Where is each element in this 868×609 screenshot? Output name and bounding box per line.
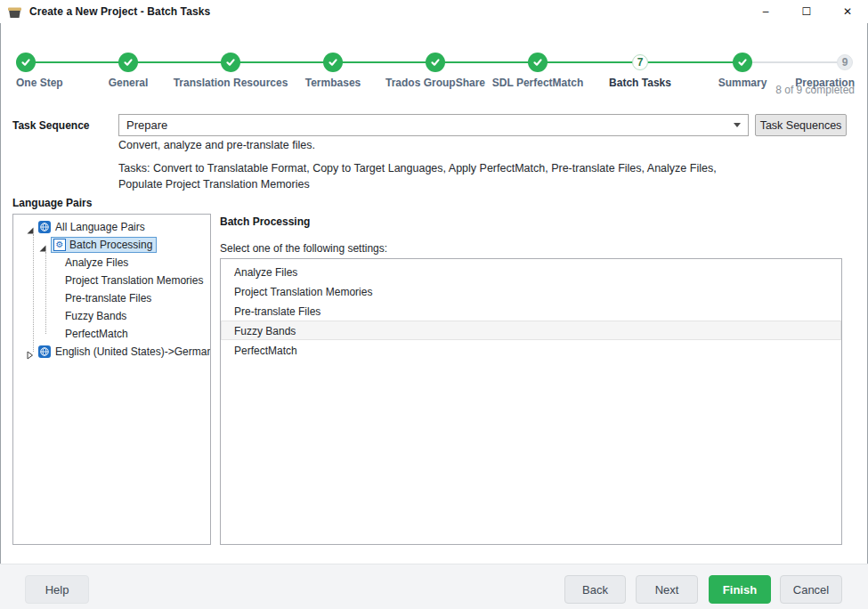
tree-item-label: English (United States)->German [55, 343, 211, 361]
tree-item-project-translation-memories[interactable]: Project Translation Memories [13, 272, 210, 289]
step-label: Trados GroupShare [385, 77, 485, 89]
maximize-button[interactable]: ☐ [786, 0, 827, 23]
step-label: Summary [718, 77, 767, 89]
task-sequence-tasks-list: Tasks: Convert to Translatable Format, C… [118, 160, 734, 192]
tree-item-label: Project Translation Memories [65, 272, 203, 289]
footer-bar: Help Back Next Finish Cancel [0, 564, 868, 609]
step-number-badge: 7 [632, 54, 648, 70]
step-number-badge: 9 [837, 54, 853, 70]
task-sequence-label: Task Sequence [12, 119, 89, 132]
next-button[interactable]: Next [636, 575, 698, 604]
list-item-project-translation-memories[interactable]: Project Translation Memories [221, 281, 841, 301]
tree-item-analyze-files[interactable]: Analyze Files [13, 254, 210, 272]
stepper-track-remaining [742, 61, 845, 63]
app-icon [7, 5, 22, 19]
task-sequence-combobox[interactable]: Prepare [118, 114, 749, 136]
step-label: SDL PerfectMatch [492, 77, 583, 89]
tree-item-batch-processing[interactable]: ⚙ Batch Processing [13, 236, 210, 254]
tree-item-fuzzy-bands[interactable]: Fuzzy Bands [13, 307, 210, 325]
task-sequence-description: Convert, analyze and pre-translate files… [118, 139, 315, 151]
list-item-pre-translate-files[interactable]: Pre-translate Files [221, 301, 841, 321]
gear-icon: ⚙ [53, 239, 66, 251]
close-button[interactable]: ✕ [827, 0, 868, 23]
cancel-button[interactable]: Cancel [780, 575, 842, 604]
tree-item-perfectmatch[interactable]: PerfectMatch [13, 325, 210, 343]
globe-icon [38, 221, 51, 233]
language-pairs-tree[interactable]: All Language Pairs ⚙ Batch Processing An… [12, 214, 211, 545]
check-icon [528, 53, 548, 72]
list-item-fuzzy-bands[interactable]: Fuzzy Bands [221, 321, 841, 340]
collapsed-triangle-icon[interactable] [26, 347, 35, 356]
tree-item-label: Batch Processing [69, 236, 152, 254]
back-button[interactable]: Back [564, 575, 626, 604]
language-pairs-label: Language Pairs [12, 197, 92, 209]
window-title: Create a New Project - Batch Tasks [29, 5, 210, 18]
batch-processing-title: Batch Processing [220, 215, 310, 228]
check-icon [221, 53, 240, 72]
batch-processing-subtitle: Select one of the following settings: [220, 242, 387, 255]
title-bar: Create a New Project - Batch Tasks – ☐ ✕ [0, 0, 868, 23]
check-icon [16, 53, 36, 72]
minimize-button[interactable]: – [745, 0, 786, 23]
check-icon [323, 53, 343, 72]
check-icon [426, 53, 445, 72]
tree-item-label: Analyze Files [65, 254, 128, 272]
expanded-triangle-icon[interactable] [38, 240, 47, 249]
check-icon [118, 53, 138, 72]
task-sequences-button[interactable]: Task Sequences [755, 114, 847, 136]
step-label: General [109, 77, 149, 89]
tree-item-label: All Language Pairs [55, 218, 145, 236]
tree-item-label: Pre-translate Files [65, 289, 151, 307]
check-icon [733, 53, 752, 72]
chevron-down-icon [734, 123, 741, 127]
step-label: One Step [16, 77, 63, 89]
selected-tree-item: ⚙ Batch Processing [51, 237, 157, 253]
list-item-analyze-files[interactable]: Analyze Files [221, 262, 841, 281]
tree-item-all-language-pairs[interactable]: All Language Pairs [13, 218, 210, 236]
tree-item-english-german[interactable]: English (United States)->German [13, 343, 210, 361]
help-button[interactable]: Help [25, 575, 89, 604]
step-label: Translation Resources [174, 77, 288, 89]
step-label: Batch Tasks [609, 77, 671, 89]
list-item-perfectmatch[interactable]: PerfectMatch [221, 340, 841, 360]
expanded-triangle-icon[interactable] [26, 223, 35, 231]
globe-icon [38, 345, 51, 358]
finish-button[interactable]: Finish [709, 575, 771, 604]
progress-note: 8 of 9 completed [775, 84, 855, 96]
tree-item-pre-translate-files[interactable]: Pre-translate Files [13, 289, 210, 307]
tree-item-label: PerfectMatch [65, 325, 128, 343]
task-sequence-value: Prepare [126, 118, 167, 132]
tree-item-label: Fuzzy Bands [65, 307, 126, 325]
settings-list[interactable]: Analyze Files Project Translation Memori… [220, 258, 842, 545]
wizard-stepper: One Step General Translation Resources T… [0, 23, 868, 78]
step-label: Termbases [305, 77, 361, 89]
